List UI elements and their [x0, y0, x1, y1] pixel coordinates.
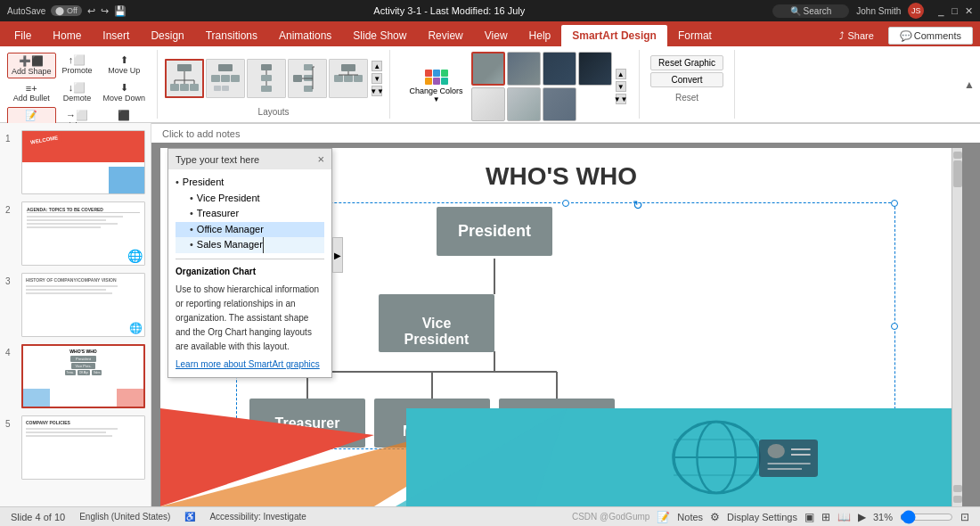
sa-style-2[interactable] [507, 52, 541, 86]
slide-thumb-2[interactable]: 2 AGENDA: TOPICS TO BE COVERED 🌐 [5, 201, 145, 266]
layout-item-4[interactable] [288, 59, 327, 98]
text-pane-close-button[interactable]: × [317, 152, 324, 166]
sa-style-4[interactable] [578, 52, 612, 86]
minimize-icon[interactable]: ⎯ [938, 5, 944, 16]
promote-button[interactable]: ↑⬜ Promote [58, 52, 97, 78]
layout-item-1[interactable] [165, 59, 204, 98]
slide-thumb-3[interactable]: 3 HISTORY OF COMPANY/COMPANY VISION 🌐 [5, 273, 145, 337]
change-colors-button[interactable]: Change Colors ▼ [404, 65, 470, 108]
promote-label: Promote [62, 66, 93, 75]
reading-view-icon[interactable]: 📖 [837, 511, 851, 523]
notes-icon[interactable]: 📝 [657, 511, 670, 523]
sa-style-1[interactable] [471, 52, 505, 86]
svg-rect-12 [231, 75, 240, 82]
layout-item-3[interactable] [247, 59, 286, 98]
ribbon-collapse[interactable]: ▲ [964, 50, 980, 119]
handle-tm[interactable] [562, 200, 569, 207]
text-pane-item-president[interactable]: • President [176, 175, 324, 191]
tab-design[interactable]: Design [140, 25, 194, 46]
sa-style-7[interactable] [543, 87, 576, 121]
styles-scroll-expand[interactable]: ▼▼ [616, 94, 626, 104]
tab-insert[interactable]: Insert [92, 25, 140, 46]
rotate-handle[interactable]: ↻ [633, 198, 643, 212]
svg-rect-13 [214, 86, 221, 91]
canvas-scroll-marker[interactable] [953, 485, 962, 492]
notes-placeholder: Click to add notes [162, 128, 240, 139]
canvas-scroll-end[interactable] [953, 496, 962, 503]
tab-review[interactable]: Review [417, 25, 473, 46]
layouts-scroll-down[interactable]: ▼ [372, 73, 382, 84]
comments-button[interactable]: 💬 Comments [888, 27, 973, 45]
canvas-scrollbar-v[interactable] [951, 148, 962, 506]
layout-item-5[interactable] [329, 59, 368, 98]
reset-graphic-button[interactable]: Reset Graphic [650, 55, 723, 70]
normal-view-icon[interactable]: ▣ [804, 511, 814, 523]
slide-thumb-5[interactable]: 5 COMPANY POLICIES [5, 415, 145, 480]
text-pane-item-treasurer[interactable]: • Treasurer [176, 206, 324, 222]
org-box-vp[interactable]: VicePresident [379, 294, 494, 352]
notes-status[interactable]: Notes [677, 512, 703, 522]
add-bullet-button[interactable]: ≡+ Add Bullet [7, 80, 56, 105]
demote-button[interactable]: ↓⬜ Demote [58, 79, 97, 105]
svg-rect-23 [304, 86, 313, 92]
text-pane-item-office-mgr[interactable]: • Office Manager [176, 222, 324, 238]
convert-button[interactable]: Convert [650, 72, 723, 87]
undo-icon[interactable]: ↩ [87, 5, 95, 17]
handle-mr[interactable] [891, 323, 898, 330]
tab-slideshow[interactable]: Slide Show [342, 25, 417, 46]
sa-style-6[interactable] [507, 87, 541, 121]
display-settings-icon[interactable]: ⚙ [710, 511, 720, 523]
redo-icon[interactable]: ↪ [101, 5, 109, 17]
tab-help[interactable]: Help [519, 25, 562, 46]
text-pane-collapse-arrow[interactable]: ▶ [332, 237, 343, 273]
autosave-toggle[interactable]: ⬤ Off [51, 5, 81, 16]
handle-tr[interactable] [891, 200, 898, 207]
fit-slide-icon[interactable]: ⊡ [960, 511, 969, 523]
styles-scroll-down[interactable]: ▼ [616, 81, 626, 92]
close-icon[interactable]: ✕ [965, 5, 973, 17]
org-box-president[interactable]: President [437, 207, 552, 256]
text-pane-item-sales-mgr[interactable]: • Sales Manager [176, 237, 324, 253]
slide-img-1[interactable]: WELCOME [21, 130, 145, 194]
canvas-scroll-thumb[interactable] [953, 160, 962, 187]
tab-animations[interactable]: Animations [268, 25, 342, 46]
display-settings-status[interactable]: Display Settings [727, 512, 797, 522]
status-bar: Slide 4 of 10 English (United States) ♿ … [0, 506, 980, 526]
slide-img-4[interactable]: WHO'S WHO President Vice Pres. Treas. Of… [21, 344, 145, 408]
layout-item-2[interactable] [206, 59, 245, 98]
styles-scroll-up[interactable]: ▲ [616, 69, 626, 79]
notes-bar[interactable]: Click to add notes [151, 123, 980, 143]
main-area: 1 WELCOME 2 AGENDA: TOPICS TO BE COVERED [0, 123, 980, 506]
svg-rect-29 [344, 75, 353, 82]
share-button[interactable]: ⤴ Share [829, 27, 884, 45]
slide-img-3[interactable]: HISTORY OF COMPANY/COMPANY VISION 🌐 [21, 273, 145, 337]
text-pane-item-vp[interactable]: • Vice President [176, 191, 324, 207]
slide-img-5[interactable]: COMPANY POLICIES [21, 415, 145, 480]
save-icon[interactable]: 💾 [114, 5, 127, 17]
tab-file[interactable]: File [4, 25, 42, 46]
app-title: Activity 3-1 - Last Modified: 16 July [373, 5, 525, 16]
slide-img-2[interactable]: AGENDA: TOPICS TO BE COVERED 🌐 [21, 201, 145, 266]
slideshow-icon[interactable]: ▶ [858, 511, 866, 523]
slide-thumb-4[interactable]: 4 WHO'S WHO President Vice Pres. Treas. … [5, 344, 145, 408]
canvas-scroll-thumb-up[interactable] [953, 152, 962, 159]
tab-smartart-design[interactable]: SmartArt Design [561, 25, 667, 46]
autosave-label: AutoSave [7, 6, 45, 16]
tab-transitions[interactable]: Transitions [195, 25, 268, 46]
text-pane-learn-more[interactable]: Learn more about SmartArt graphics [176, 358, 324, 372]
tab-format[interactable]: Format [667, 25, 723, 46]
slide-thumb-1[interactable]: 1 WELCOME [5, 130, 145, 194]
maximize-icon[interactable]: □ [951, 5, 958, 16]
zoom-slider[interactable] [900, 513, 953, 522]
sa-style-5[interactable] [471, 87, 505, 121]
layouts-scroll-up[interactable]: ▲ [372, 61, 382, 71]
slide-sorter-icon[interactable]: ⊞ [821, 511, 830, 523]
move-up-button[interactable]: ⬆ Move Up [99, 52, 151, 78]
layouts-scroll-expand[interactable]: ▼▼ [372, 86, 382, 96]
sa-style-3[interactable] [543, 52, 576, 86]
add-shape-button[interactable]: ➕⬛ Add Shape [7, 53, 56, 78]
tab-view[interactable]: View [474, 25, 519, 46]
move-down-button[interactable]: ⬇ Move Down [99, 79, 151, 105]
search-box[interactable]: 🔍 Search [772, 4, 849, 18]
tab-home[interactable]: Home [42, 25, 92, 46]
